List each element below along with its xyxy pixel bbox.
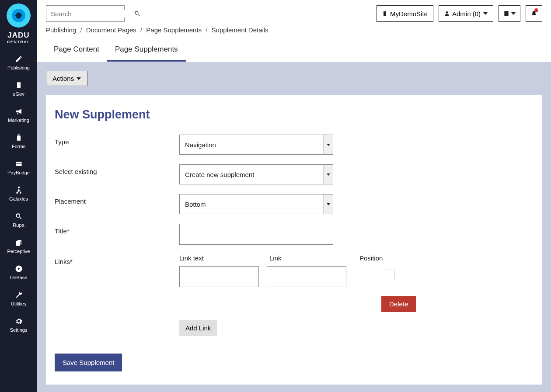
sidebar: JADU CENTRAL Publishing eGov Marketing F…: [0, 0, 37, 392]
bullhorn-icon: [14, 107, 23, 116]
site-label: MyDemoSite: [390, 10, 428, 17]
sidebar-item-settings[interactable]: Settings: [0, 312, 37, 338]
panel: New Supplement Type Navigation Select ex…: [46, 95, 542, 385]
svg-point-0: [17, 187, 20, 189]
delete-button[interactable]: Delete: [381, 296, 416, 312]
sidebar-item-label: Galaxies: [9, 196, 28, 201]
clipboard-icon: [14, 133, 23, 142]
user-label: Admin (0): [452, 10, 481, 17]
wrench-icon: [14, 291, 23, 299]
title-label: Title*: [55, 224, 179, 235]
tab-page-content[interactable]: Page Content: [46, 39, 107, 62]
sidebar-item-label: Utilities: [11, 301, 26, 306]
type-select[interactable]: Navigation: [179, 135, 333, 155]
caret-down-icon: [483, 12, 488, 15]
search-icon: [14, 212, 23, 221]
logo-sub: CENTRAL: [7, 40, 31, 44]
sidebar-item-utilities[interactable]: Utilities: [0, 285, 37, 312]
select-existing-value: Create new supplement: [179, 164, 333, 184]
search-input[interactable]: [51, 10, 134, 17]
sidebar-item-label: Settings: [10, 327, 28, 333]
breadcrumb-item: Page Supplements: [146, 26, 202, 34]
placement-label: Placement: [55, 194, 179, 205]
search-box[interactable]: [46, 5, 125, 22]
position-checkbox[interactable]: [385, 270, 394, 279]
placement-select[interactable]: Bottom: [179, 194, 333, 214]
position-header: Position: [359, 254, 442, 262]
type-label: Type: [55, 135, 179, 146]
logo-brand: JADU: [7, 31, 29, 40]
notification-dot: [534, 8, 538, 12]
card-icon: [14, 160, 23, 168]
svg-point-2: [18, 189, 20, 191]
link-text-input[interactable]: [179, 266, 259, 287]
sidebar-item-label: eGov: [13, 91, 24, 97]
links-row: [179, 266, 442, 287]
sidebar-item-rupa[interactable]: Rupa: [0, 207, 37, 233]
sidebar-item-egov[interactable]: eGov: [0, 76, 37, 102]
panel-title: New Supplement: [55, 108, 534, 121]
links-label: Links*: [55, 254, 179, 265]
sidebar-item-label: OnBase: [10, 275, 28, 280]
breadcrumb: Publishing / Document Pages / Page Suppl…: [37, 26, 551, 39]
breadcrumb-item: Publishing: [46, 26, 76, 34]
sidebar-item-label: Forms: [12, 144, 25, 149]
copy-icon: [14, 238, 23, 247]
user-icon: [444, 10, 450, 17]
building-icon: [382, 10, 387, 17]
actions-label: Actions: [52, 75, 74, 82]
actions-button[interactable]: Actions: [46, 71, 87, 86]
tab-page-supplements[interactable]: Page Supplements: [107, 39, 186, 62]
title-input[interactable]: [179, 224, 333, 245]
book-menu[interactable]: [499, 5, 520, 22]
link-text-header: Link text: [179, 254, 262, 262]
sidebar-item-label: Perceptive: [7, 249, 30, 254]
select-existing-label: Select existing: [55, 164, 179, 175]
add-link-button[interactable]: Add Link: [179, 320, 217, 336]
search-icon[interactable]: [134, 10, 141, 17]
svg-point-1: [16, 192, 18, 194]
link-header: Link: [269, 254, 352, 262]
sidebar-item-label: Rupa: [13, 222, 24, 228]
play-circle-icon: [14, 264, 23, 273]
pencil-icon: [14, 55, 23, 63]
sidebar-item-publishing[interactable]: Publishing: [0, 49, 37, 76]
save-supplement-button[interactable]: Save Supplement: [55, 354, 122, 371]
select-existing-select[interactable]: Create new supplement: [179, 164, 333, 184]
building-icon: [14, 81, 23, 90]
caret-down-icon: [511, 12, 516, 15]
sidebar-item-perceptive[interactable]: Perceptive: [0, 233, 37, 259]
sidebar-item-forms[interactable]: Forms: [0, 128, 37, 154]
content-area: Actions New Supplement Type Navigation S…: [37, 62, 551, 392]
book-icon: [503, 10, 509, 17]
type-value: Navigation: [179, 135, 333, 155]
caret-down-icon: [77, 77, 81, 80]
sidebar-item-marketing[interactable]: Marketing: [0, 102, 37, 128]
sitemap-icon: [14, 186, 23, 194]
user-menu[interactable]: Admin (0): [439, 5, 493, 22]
sidebar-item-label: Publishing: [7, 65, 30, 70]
sidebar-item-label: Marketing: [8, 118, 29, 123]
svg-point-3: [19, 192, 21, 194]
sidebar-item-galaxies[interactable]: Galaxies: [0, 180, 37, 207]
gear-icon: [14, 317, 23, 326]
placement-value: Bottom: [179, 194, 333, 214]
tabs: Page Content Page Supplements: [37, 39, 551, 62]
topbar: MyDemoSite Admin (0): [37, 0, 551, 26]
site-selector[interactable]: MyDemoSite: [377, 5, 433, 22]
logo-icon: [7, 3, 31, 28]
breadcrumb-item-link[interactable]: Document Pages: [86, 26, 136, 34]
breadcrumb-item: Supplement Details: [212, 26, 269, 34]
sidebar-item-onbase[interactable]: OnBase: [0, 259, 37, 285]
link-input[interactable]: [267, 266, 346, 287]
notifications-button[interactable]: [526, 5, 542, 22]
logo: JADU CENTRAL: [7, 3, 31, 44]
sidebar-item-label: PayBridge: [7, 170, 30, 175]
sidebar-item-paybridge[interactable]: PayBridge: [0, 154, 37, 180]
